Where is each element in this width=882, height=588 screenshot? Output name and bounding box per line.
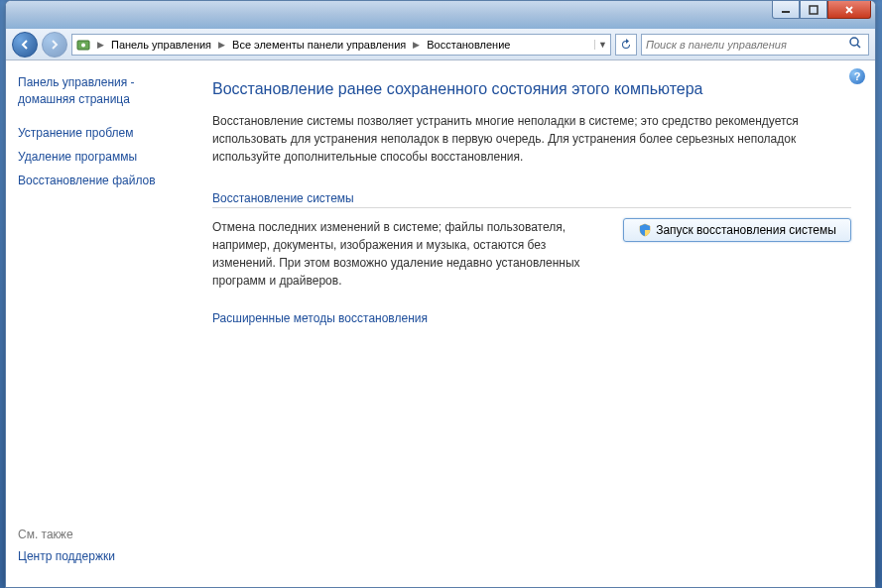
sidebar-link-uninstall[interactable]: Удаление программы: [18, 150, 192, 164]
maximize-button[interactable]: [800, 1, 827, 19]
sidebar-see-also-header: См. также: [18, 528, 192, 541]
chevron-right-icon[interactable]: ▶: [410, 40, 423, 50]
address-dropdown-button[interactable]: ▼: [594, 40, 610, 50]
breadcrumb-all-items[interactable]: Все элементы панели управления: [228, 39, 410, 51]
breadcrumb-control-panel[interactable]: Панель управления: [107, 39, 215, 51]
page-description: Восстановление системы позволяет устрани…: [212, 112, 851, 166]
system-restore-section-header: Восстановление системы: [212, 191, 851, 208]
open-system-restore-button[interactable]: Запуск восстановления системы: [623, 218, 851, 242]
chevron-right-icon[interactable]: ▶: [215, 40, 228, 50]
close-button[interactable]: [827, 1, 871, 19]
search-icon[interactable]: [848, 36, 864, 53]
address-bar[interactable]: ▶ Панель управления ▶ Все элементы панел…: [71, 34, 611, 56]
window-titlebar[interactable]: [6, 1, 875, 29]
svg-rect-0: [782, 11, 790, 13]
content-area: Панель управления - домашняя страница Ус…: [6, 60, 875, 587]
navigation-bar: ▶ Панель управления ▶ Все элементы панел…: [6, 29, 875, 60]
window-controls: [772, 1, 871, 19]
sidebar: Панель управления - домашняя страница Ус…: [6, 60, 204, 587]
sidebar-action-center-link[interactable]: Центр поддержки: [18, 549, 192, 563]
back-button[interactable]: [12, 32, 38, 58]
refresh-button[interactable]: [615, 34, 637, 56]
advanced-recovery-link[interactable]: Расширенные методы восстановления: [212, 311, 428, 325]
svg-point-4: [850, 38, 858, 46]
shield-icon: [638, 223, 652, 237]
main-content: ? Восстановление ранее сохраненного сост…: [204, 60, 875, 587]
svg-line-5: [857, 45, 860, 48]
sidebar-link-file-recovery[interactable]: Восстановление файлов: [18, 174, 192, 187]
forward-button[interactable]: [42, 32, 67, 58]
page-title: Восстановление ранее сохраненного состоя…: [212, 80, 851, 98]
search-box[interactable]: [641, 34, 869, 56]
svg-rect-1: [810, 6, 818, 14]
sidebar-link-troubleshoot[interactable]: Устранение проблем: [18, 126, 192, 140]
restore-button-label: Запуск восстановления системы: [656, 223, 836, 237]
breadcrumb-recovery[interactable]: Восстановление: [423, 39, 514, 51]
restore-row: Отмена последних изменений в системе; фа…: [212, 218, 851, 290]
search-input[interactable]: [646, 39, 848, 51]
control-panel-window: ▶ Панель управления ▶ Все элементы панел…: [5, 0, 876, 588]
restore-description: Отмена последних изменений в системе; фа…: [212, 218, 603, 290]
sidebar-home-link[interactable]: Панель управления - домашняя страница: [18, 74, 192, 108]
control-panel-icon: [74, 36, 92, 54]
svg-point-3: [81, 43, 85, 47]
help-icon[interactable]: ?: [849, 68, 865, 84]
minimize-button[interactable]: [772, 1, 800, 19]
chevron-right-icon[interactable]: ▶: [94, 40, 107, 50]
